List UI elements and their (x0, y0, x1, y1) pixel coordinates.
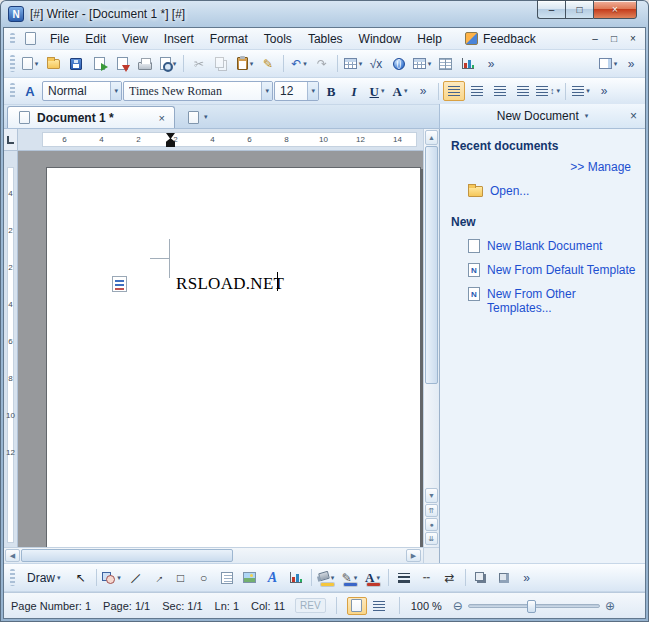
insert-formula-button[interactable]: √x (365, 54, 387, 74)
align-justify-button[interactable] (512, 81, 534, 101)
print-preview-button[interactable]: ▾ (157, 54, 179, 74)
more-buttons-button[interactable]: » (593, 81, 615, 101)
menu-window[interactable]: Window (351, 29, 410, 49)
wordart-button[interactable]: A (262, 568, 284, 588)
horizontal-scroll-thumb[interactable] (21, 549, 233, 562)
zoom-in-button[interactable]: ⊕ (605, 599, 615, 613)
document-close-button[interactable]: × (624, 31, 642, 47)
minimize-button[interactable]: – (537, 0, 565, 19)
open-link[interactable]: Open... (468, 184, 637, 198)
shadow-style-button[interactable] (470, 568, 492, 588)
scroll-right-button[interactable]: ▶ (406, 549, 421, 562)
picture-placeholder-icon[interactable] (112, 276, 127, 292)
toolbar-overflow-button[interactable]: » (412, 81, 434, 101)
select-objects-button[interactable]: ↖ (70, 568, 92, 588)
revision-mode-indicator[interactable]: REV (295, 598, 326, 613)
document-window-icon[interactable] (19, 29, 41, 49)
more-buttons-button[interactable]: » (620, 54, 642, 74)
paste-button[interactable]: ▾ (234, 54, 256, 74)
save-button[interactable] (65, 54, 87, 74)
menubar-grip[interactable] (10, 33, 15, 44)
menu-view[interactable]: View (114, 29, 156, 49)
draft-view-button[interactable] (369, 597, 389, 615)
insert-picture-button[interactable] (239, 568, 261, 588)
horizontal-ruler[interactable]: 6422468101214 (4, 129, 423, 151)
threed-style-button[interactable] (493, 568, 515, 588)
draw-menu-button[interactable]: Draw▾ (19, 568, 69, 588)
columns-button[interactable] (434, 54, 456, 74)
zoom-slider[interactable] (468, 604, 600, 608)
insert-diagram-button[interactable] (285, 568, 307, 588)
drawing-toolbar-grip[interactable] (10, 569, 15, 586)
formatting-toolbar-grip[interactable] (10, 83, 15, 99)
page[interactable]: RSLOAD.NET (46, 167, 421, 547)
scroll-down-button[interactable]: ▼ (425, 488, 438, 503)
dash-style-button[interactable]: ╌ (416, 568, 438, 588)
underline-button[interactable]: U▾ (366, 81, 388, 101)
maximize-button[interactable]: □ (565, 0, 593, 19)
manage-link[interactable]: >> Manage (451, 160, 631, 174)
ellipse-button[interactable]: ○ (193, 568, 215, 588)
menu-tools[interactable]: Tools (256, 29, 300, 49)
scroll-left-button[interactable]: ◀ (5, 549, 20, 562)
vertical-scrollbar[interactable]: ▲ ▼ ⇈ ● ⇊ (423, 129, 439, 547)
italic-button[interactable]: I (343, 81, 365, 101)
panel-header[interactable]: New Document ▾ × (439, 104, 645, 128)
standard-toolbar-grip[interactable] (10, 55, 15, 72)
close-button[interactable]: × (593, 0, 637, 19)
menu-edit[interactable]: Edit (77, 29, 114, 49)
vertical-ruler[interactable]: 4224681012 (4, 151, 18, 547)
autoshapes-button[interactable]: ▾ (101, 568, 123, 588)
zoom-level[interactable]: 100 % (411, 600, 442, 612)
task-panel-button[interactable]: ▾ (597, 54, 619, 74)
font-color-draw-button[interactable]: A▾ (362, 568, 384, 588)
horizontal-scroll-track[interactable] (234, 549, 406, 562)
paragraph-style-combo[interactable]: Normal▾ (42, 81, 122, 101)
export-pdf-button[interactable] (111, 54, 133, 74)
insert-table-button[interactable]: ▾ (342, 54, 364, 74)
browse-previous-button[interactable]: ⇈ (425, 504, 438, 517)
horizontal-scrollbar[interactable]: ◀ ▶ (4, 547, 423, 563)
font-name-combo[interactable]: Times New Roman▾ (123, 81, 273, 101)
open-button[interactable] (42, 54, 64, 74)
statistics-button[interactable] (457, 54, 479, 74)
titlebar[interactable]: N [#] Writer - [Document 1 *] [#] – □ × (4, 0, 645, 28)
browse-next-button[interactable]: ⇊ (425, 532, 438, 545)
ruler-strip[interactable]: 6422468101214 (18, 129, 423, 150)
insert-hyperlink-button[interactable] (388, 54, 410, 74)
arrow-button[interactable]: → (147, 568, 169, 588)
print-button[interactable] (134, 54, 156, 74)
line-color-button[interactable]: ✎▾ (339, 568, 361, 588)
new-tab-button[interactable]: ▾ (180, 107, 214, 127)
tab-close-button[interactable]: × (159, 112, 165, 124)
document-restore-button[interactable]: □ (605, 31, 623, 47)
more-buttons-button[interactable]: » (516, 568, 538, 588)
panel-close-button[interactable]: × (630, 109, 637, 123)
bullets-button[interactable]: ▾ (570, 81, 592, 101)
align-right-button[interactable] (489, 81, 511, 101)
zoom-out-button[interactable]: ⊖ (453, 599, 463, 613)
align-left-button[interactable] (443, 81, 465, 101)
text-box-button[interactable] (216, 568, 238, 588)
menu-insert[interactable]: Insert (156, 29, 202, 49)
browse-select-button[interactable]: ● (425, 518, 438, 531)
line-style-button[interactable] (393, 568, 415, 588)
format-painter-button[interactable]: ✎ (257, 54, 279, 74)
fill-color-button[interactable]: ▾ (316, 568, 338, 588)
print-layout-view-button[interactable] (347, 597, 367, 615)
borders-button[interactable]: ▾ (411, 54, 433, 74)
undo-button[interactable]: ↶▾ (288, 54, 310, 74)
tab-document-1[interactable]: Document 1 * × (7, 106, 175, 128)
ruler-corner[interactable] (4, 129, 18, 150)
new-from-other-templates-link[interactable]: N New From Other Templates... (468, 287, 637, 316)
editing-canvas[interactable]: 4224681012 RSLOAD.NET (4, 151, 423, 547)
new-from-default-template-link[interactable]: N New From Default Template (468, 263, 637, 277)
new-blank-document-link[interactable]: New Blank Document (468, 239, 637, 253)
style-box-button[interactable]: A (19, 81, 41, 101)
zoom-slider-thumb[interactable] (527, 600, 536, 613)
bold-button[interactable]: B (320, 81, 342, 101)
arrow-style-button[interactable]: ⇄ (439, 568, 461, 588)
toolbar-overflow-button[interactable]: » (480, 54, 502, 74)
document-minimize-button[interactable]: – (586, 31, 604, 47)
align-center-button[interactable] (466, 81, 488, 101)
